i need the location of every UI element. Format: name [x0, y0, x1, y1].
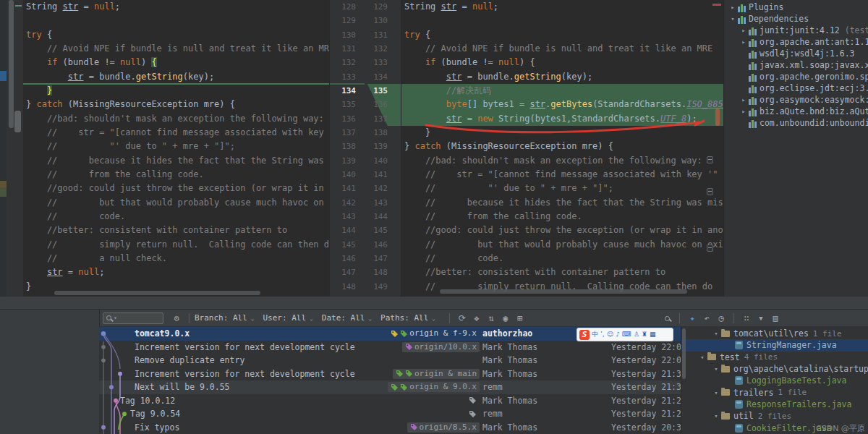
chevron-down-icon: ⌄ — [306, 315, 313, 322]
code-line: //better: consistent with container patt… — [401, 265, 723, 279]
go-to-hash-icon[interactable]: ✦ — [685, 313, 699, 323]
chevron-down-icon[interactable]: ▾ — [712, 389, 720, 396]
fold-region-icon[interactable] — [707, 188, 713, 195]
horizontal-splitter[interactable] — [0, 297, 868, 310]
code-line: // "' due to " + mre + "]"; — [23, 140, 329, 153]
search-history-caret-icon[interactable]: ▾ — [114, 315, 117, 321]
diff-right-editor[interactable]: String str = null;try { // Avoid NPE if … — [401, 0, 723, 297]
fold-region-icon[interactable] — [707, 244, 713, 252]
commit-row[interactable]: Tag 10.0.12Mark ThomasYesterday 21:28 — [99, 394, 681, 408]
undo-icon[interactable]: ↶ — [699, 313, 714, 323]
ref-label: origin/10.0.x — [402, 342, 480, 352]
tag-icon — [405, 343, 413, 351]
maven-dependencies-panel[interactable]: ▸Plugins▾Dependencies▸junit:junit:4.12 (… — [723, 0, 868, 297]
chevron-right-icon[interactable]: ▸ — [739, 25, 748, 36]
right-horizontal-scrollbar[interactable] — [440, 289, 687, 294]
gutter-change-marker[interactable] — [14, 111, 21, 132]
dependency-item[interactable]: javax.xml.soap:javax.xml — [724, 59, 868, 71]
code-line: //good: could just throw the exception (… — [401, 224, 723, 237]
more-icon[interactable]: ▦ — [650, 328, 656, 341]
chevron-down-icon[interactable]: ▾ — [728, 13, 737, 25]
folder-icon — [721, 331, 730, 337]
fold-dash-icon[interactable] — [15, 5, 22, 7]
skin-icon[interactable]: ♜ — [642, 328, 647, 341]
dependency-item[interactable]: wsdl4j:wsdl4j:1.6.3 — [724, 48, 868, 59]
commit-row[interactable]: Increment version for next development c… — [99, 341, 681, 354]
chevron-down-icon[interactable]: ▾ — [712, 365, 720, 373]
commit-row[interactable]: Remove duplicate entryMark ThomasYesterd… — [99, 354, 681, 367]
fetch-icon[interactable]: ❖ — [469, 313, 484, 323]
dependency-item[interactable]: ▸junit:junit:4.12 (test) — [724, 25, 868, 36]
file-tree-file[interactable]: ResponseTrailers.java — [681, 399, 868, 410]
dependency-item[interactable]: org.apache.geronimo.spec — [724, 71, 868, 82]
file-tree-folder[interactable]: ▾tomcat\util\res1 file — [681, 328, 868, 339]
diff-left-editor[interactable]: String str = null;try { // Avoid NPE if … — [23, 0, 329, 297]
commit-row[interactable]: Tag 9.0.54remmYesterday 21:26 — [99, 407, 681, 421]
preview-diff-icon[interactable]: ▤ — [768, 313, 783, 323]
fold-region-icon[interactable] — [329, 184, 330, 191]
punct-icon[interactable]: ’, — [600, 328, 605, 341]
fold-region-icon[interactable] — [329, 200, 330, 207]
filter-icon[interactable]: ▼ — [754, 315, 768, 322]
toolbox-icon[interactable]: ♙ — [634, 328, 639, 341]
chevron-right-icon[interactable]: ▸ — [739, 106, 748, 117]
stripe-marker-blue[interactable] — [0, 71, 7, 81]
sogou-logo-icon[interactable]: S — [579, 330, 590, 340]
dependency-item[interactable]: ▸org.easymock:easymock:4. — [724, 94, 868, 106]
chevron-down-icon[interactable]: ▾ — [698, 354, 707, 361]
filter-paths[interactable]: Paths: All ⌄ — [380, 313, 435, 323]
file-tree-file[interactable]: StringManager.java — [681, 339, 868, 351]
commit-row[interactable]: Fix typosorigin/8.5.xMark ThomasYesterda… — [99, 421, 681, 434]
history-icon[interactable]: ◷ — [714, 313, 728, 323]
dependency-item[interactable]: ▾Dependencies — [724, 13, 868, 25]
dependency-item[interactable]: com.unboundid:unboundid- — [724, 117, 868, 129]
dependency-item[interactable]: ▸Plugins — [724, 1, 868, 13]
dependency-item[interactable]: org.eclipse.jdt:ecj:3.17 — [724, 82, 868, 94]
mic-icon[interactable]: ♪ — [616, 328, 620, 341]
stripe-marker-green[interactable] — [0, 187, 7, 197]
intellisort-icon[interactable]: ◉ — [498, 313, 513, 323]
search-commits-icon[interactable] — [660, 313, 674, 323]
code-line: // str = "[cannot find message associate… — [23, 126, 329, 140]
chevron-down-icon[interactable]: ▾ — [712, 412, 720, 420]
dependency-item[interactable]: ▸org.apache.ant:ant:1.10.1 — [724, 36, 868, 48]
group-by-icon[interactable]: ∷ — [739, 313, 754, 323]
emoji-icon[interactable]: ☺ — [607, 328, 613, 341]
filter-user[interactable]: User: All ⌄ — [263, 313, 313, 323]
commit-row[interactable]: Increment version for next development c… — [99, 367, 681, 381]
mode-icon[interactable]: 中 — [592, 328, 598, 341]
chevron-right-icon[interactable]: ▸ — [739, 94, 748, 106]
commit-list[interactable]: tomcat9.0.xorigin & f-9.xauthorzhaoIncre… — [99, 327, 681, 434]
refresh-icon[interactable]: ⟳ — [455, 313, 469, 323]
sort-icon[interactable]: ⇅ — [484, 313, 498, 323]
filter-branch[interactable]: Branch: All ⌄ — [195, 313, 255, 323]
file-tree-folder[interactable]: ▾trailers1 file — [681, 386, 868, 398]
left-error-stripe[interactable] — [0, 0, 7, 297]
line-number-left: 131 — [330, 42, 362, 56]
commit-row[interactable]: Next will be 9.0.55origin & 9.0.xremmYes… — [99, 380, 681, 394]
log-toolbar-right-icons: ✦↶◷∷▼▤ — [660, 313, 783, 323]
fold-region-icon[interactable] — [329, 143, 330, 150]
open-new-tab-icon[interactable]: ⊞ — [513, 313, 527, 323]
changed-files-panel[interactable]: ▾tomcat\util\res1 fileStringManager.java… — [681, 327, 868, 434]
file-tree-folder[interactable]: ▾util2 files — [681, 410, 868, 422]
stripe-marker-brown[interactable] — [0, 181, 7, 187]
chevron-down-icon[interactable]: ▾ — [712, 330, 720, 337]
filter-date[interactable]: Date: All ⌄ — [322, 313, 372, 323]
file-tree-folder[interactable]: ▾org\apache\catalina\startup1 file — [681, 363, 868, 375]
left-vertical-scrollbar[interactable] — [9, 0, 14, 128]
files-scrollbar[interactable] — [682, 328, 686, 379]
chevron-right-icon[interactable]: ▸ — [728, 1, 737, 13]
left-horizontal-scrollbar[interactable] — [54, 291, 260, 295]
gear-icon[interactable]: ⚙ — [169, 313, 184, 323]
dependency-item[interactable]: ▸biz.aQute.bnd:biz.aQute. — [724, 106, 868, 117]
file-tree-file[interactable]: LoggingBaseTest.java — [681, 375, 868, 386]
fold-region-icon[interactable] — [707, 156, 713, 163]
file-tree-folder[interactable]: ▾test4 files — [681, 352, 868, 363]
keyboard-icon[interactable]: ⌨ — [622, 328, 631, 341]
right-stripe-marker-orange[interactable] — [715, 109, 720, 126]
log-search-input[interactable]: ▾ — [103, 312, 163, 324]
chevron-right-icon[interactable]: ▸ — [739, 36, 748, 48]
code-line: // "' due to " + mre + "]"; — [401, 182, 723, 195]
sogou-input-bar[interactable]: S 中’,☺♪⌨♙♜▦ — [576, 328, 673, 341]
